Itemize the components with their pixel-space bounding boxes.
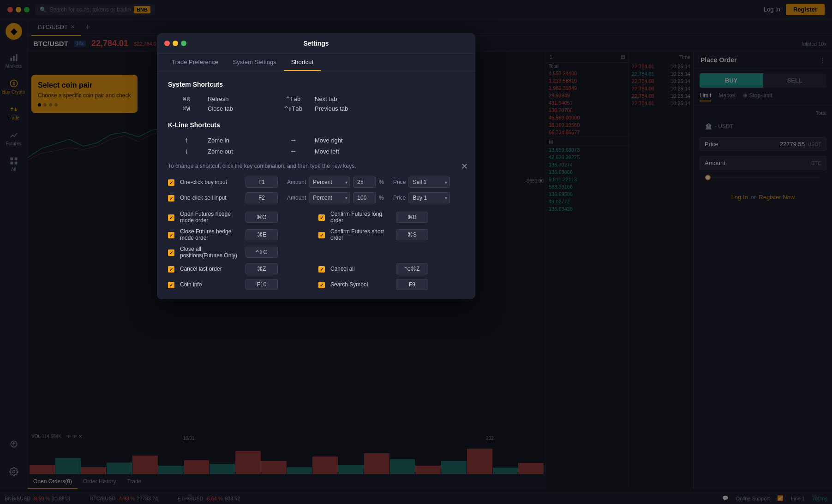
coin-info-row: ✓ Coin info F10: [168, 279, 314, 290]
cancel-all-row: ✓ Cancel all ⌥⌘Z: [318, 263, 464, 274]
close-all-checkbox[interactable]: ✓: [168, 249, 174, 256]
modal-close-btn[interactable]: [164, 41, 170, 46]
coin-info-key[interactable]: F10: [245, 279, 278, 290]
one-click-buy-label: One-click buy input: [180, 179, 240, 185]
search-symbol-label: Search Symbol: [330, 281, 390, 288]
buy-amount-type-wrapper[interactable]: Percent: [309, 177, 350, 188]
close-hedge-key[interactable]: ⌘E: [245, 229, 278, 240]
desc-next-tab: Next tab: [315, 95, 379, 102]
close-hedge-row: ✓ Close Futures hedgemode order ⌘E: [168, 228, 314, 241]
close-all-label: Close allpositions(Futures Only): [180, 246, 240, 259]
modal-overlay[interactable]: ⚙ Settings Trade Preference System Setti…: [0, 0, 832, 504]
one-click-sell-key[interactable]: F2: [245, 192, 278, 203]
open-hedge-checkbox[interactable]: ✓: [168, 214, 174, 221]
sell-percent-label: %: [379, 195, 384, 201]
cancel-all-key[interactable]: ⌥⌘Z: [396, 263, 428, 274]
key-down: ↓: [168, 147, 205, 155]
info-rows-grid: ✓ Coin info F10 ✓ Search Symbol F9: [168, 279, 464, 290]
confirm-short-key[interactable]: ⌘S: [396, 229, 428, 240]
confirm-short-label: Confirm Futures shortorder: [330, 228, 390, 241]
search-symbol-key[interactable]: F9: [396, 279, 428, 290]
confirm-short-checkbox[interactable]: ✓: [318, 232, 325, 238]
price-label-buy: Price: [393, 179, 406, 185]
sell-price-wrapper[interactable]: Buy 1: [408, 192, 450, 203]
confirm-long-checkbox[interactable]: ✓: [318, 214, 325, 221]
coin-info-label: Coin info: [180, 281, 240, 288]
sell-amount-type-select[interactable]: Percent: [309, 192, 350, 203]
confirm-short-row: ✓ Confirm Futures shortorder ⌘S: [318, 228, 464, 241]
desc-zoom-out: Zome out: [208, 148, 272, 155]
close-hedge-label: Close Futures hedgemode order: [180, 228, 240, 241]
amount-label-sell: Amount: [287, 195, 306, 201]
key-right: →: [275, 136, 312, 144]
one-click-buy-checkbox[interactable]: ✓: [168, 179, 174, 186]
one-click-sell-label: One-click sell input: [180, 195, 240, 201]
close-all-key[interactable]: ^⇧C: [245, 247, 278, 258]
key-tab: ^Tab: [275, 95, 312, 102]
one-click-sell-row: ✓ One-click sell input F2 Amount Percent…: [168, 192, 464, 203]
instruction-text: To change a shortcut, click the key comb…: [168, 163, 464, 169]
desc-refresh: Refresh: [208, 95, 272, 102]
desc-close-tab: Close tab: [208, 105, 272, 112]
desc-prev-tab: Previous tab: [315, 105, 379, 112]
cancel-last-row: ✓ Cancel last order ⌘Z: [168, 263, 314, 274]
buy-percent-label: %: [379, 179, 384, 185]
modal-title: Settings: [303, 40, 329, 47]
amount-label-buy: Amount: [287, 179, 306, 185]
sell-price-select[interactable]: Buy 1: [408, 192, 450, 203]
buy-price-select[interactable]: Sell 1: [408, 177, 450, 188]
cancel-all-label: Cancel all: [330, 266, 390, 272]
one-click-sell-checkbox[interactable]: ✓: [168, 195, 174, 202]
one-click-buy-row: ✓ One-click buy input F1 Amount Percent …: [168, 177, 464, 188]
tab-system-settings[interactable]: System Settings: [226, 54, 284, 71]
modal-body: System Shortcuts ⌘R Refresh ^Tab Next ta…: [157, 71, 475, 299]
system-shortcuts-title: System Shortcuts: [168, 81, 464, 88]
key-shift-tab: ^⇧Tab: [275, 105, 312, 112]
modal-minimize-btn[interactable]: [173, 41, 178, 46]
buy-price-wrapper[interactable]: Sell 1: [408, 177, 450, 188]
key-left: ←: [275, 147, 312, 155]
key-up: ↑: [168, 136, 205, 144]
modal-title-bar: ⚙ Settings: [157, 33, 475, 54]
confirm-long-key[interactable]: ⌘B: [396, 212, 428, 223]
cancel-last-key[interactable]: ⌘Z: [245, 263, 278, 274]
buy-amount-value[interactable]: [353, 177, 376, 188]
search-symbol-row: ✓ Search Symbol F9: [318, 279, 464, 290]
cancel-last-checkbox[interactable]: ✓: [168, 266, 174, 273]
search-symbol-checkbox[interactable]: ✓: [318, 282, 325, 288]
buy-amount-type-select[interactable]: Percent: [309, 177, 350, 188]
cancel-rows-grid: ✓ Cancel last order ⌘Z ✓ Cancel all ⌥⌘Z: [168, 263, 464, 274]
modal-settings-icon: ⚙: [181, 40, 186, 47]
sell-amount-value[interactable]: [353, 192, 376, 203]
desc-zoom-in: Zome in: [208, 137, 272, 144]
modal-x-close-button[interactable]: ✕: [461, 161, 468, 172]
futures-rows-grid: ✓ Open Futures hedgemode order ⌘O ✓ Clos…: [168, 211, 464, 259]
open-hedge-key[interactable]: ⌘O: [245, 212, 278, 223]
desc-move-left: Move left: [315, 148, 379, 155]
settings-modal: ⚙ Settings Trade Preference System Setti…: [157, 33, 475, 299]
one-click-buy-key[interactable]: F1: [245, 177, 278, 188]
kline-shortcuts-title: K-Line Shortcuts: [168, 121, 464, 129]
coin-info-checkbox[interactable]: ✓: [168, 282, 174, 288]
close-hedge-checkbox[interactable]: ✓: [168, 232, 174, 238]
sell-amount-type-wrapper[interactable]: Percent: [309, 192, 350, 203]
confirm-long-label: Confirm Futures longorder: [330, 211, 390, 224]
confirm-long-row: ✓ Confirm Futures longorder ⌘B: [318, 211, 464, 224]
cancel-last-label: Cancel last order: [180, 266, 240, 272]
modal-tabs: Trade Preference System Settings Shortcu…: [157, 54, 475, 71]
open-hedge-row: ✓ Open Futures hedgemode order ⌘O: [168, 211, 314, 224]
key-cmd-w: ⌘W: [168, 105, 205, 112]
tab-shortcut[interactable]: Shortcut: [284, 54, 321, 71]
key-cmd-r: ⌘R: [168, 95, 205, 102]
cancel-all-checkbox[interactable]: ✓: [318, 266, 325, 273]
price-label-sell: Price: [393, 195, 406, 201]
tab-trade-preference[interactable]: Trade Preference: [164, 54, 226, 71]
close-all-row: ✓ Close allpositions(Futures Only) ^⇧C: [168, 246, 314, 259]
open-hedge-label: Open Futures hedgemode order: [180, 211, 240, 224]
desc-move-right: Move right: [315, 137, 379, 144]
